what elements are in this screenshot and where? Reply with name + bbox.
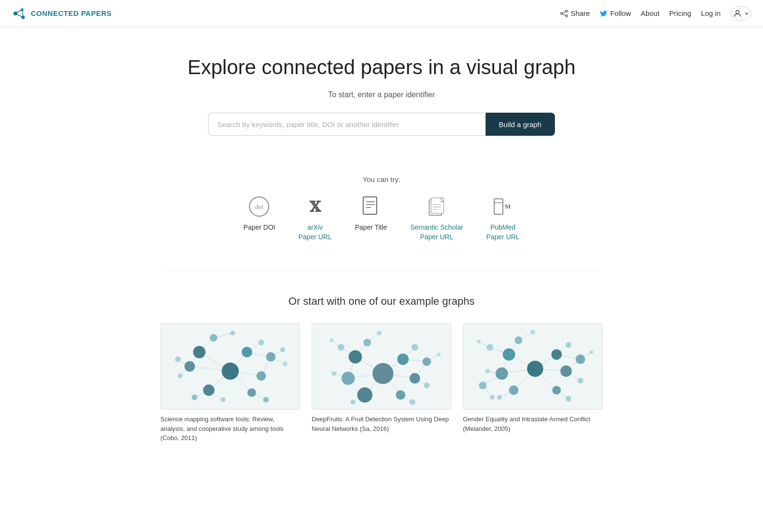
svg-line-3 xyxy=(15,10,22,13)
try-item-title[interactable]: Paper Title xyxy=(355,195,387,233)
svg-point-50 xyxy=(256,371,266,381)
example-card-1[interactable]: Science mapping software tools: Review, … xyxy=(160,323,300,443)
svg-point-85 xyxy=(349,350,362,364)
svg-point-97 xyxy=(351,400,355,404)
svg-text:doi: doi xyxy=(255,203,263,210)
svg-point-127 xyxy=(496,367,508,380)
try-item-title-label: Paper Title xyxy=(355,223,387,233)
svg-point-124 xyxy=(527,361,543,377)
build-graph-button[interactable]: Build a graph xyxy=(486,113,555,136)
pricing-link[interactable]: Pricing xyxy=(669,9,691,17)
svg-point-86 xyxy=(397,353,409,365)
svg-point-55 xyxy=(175,356,181,362)
svg-point-138 xyxy=(566,396,571,402)
svg-rect-23 xyxy=(494,199,503,214)
try-items: doi Paper DOI 𝕏 arXivPaper URL Pape xyxy=(10,195,753,242)
svg-point-125 xyxy=(503,349,515,361)
follow-button[interactable]: Follow xyxy=(600,9,631,17)
svg-point-87 xyxy=(342,372,355,385)
svg-point-126 xyxy=(552,350,562,360)
svg-point-58 xyxy=(192,395,197,401)
logo-text: CONNECTED PAPERS xyxy=(31,9,112,17)
svg-point-90 xyxy=(396,390,406,400)
chevron-down-icon xyxy=(744,11,749,16)
arxiv-icon: 𝕏 xyxy=(303,195,327,218)
try-item-pubmed[interactable]: M PubMedPaper URL xyxy=(486,195,519,242)
pubmed-icon: M xyxy=(491,195,514,218)
svg-point-99 xyxy=(377,331,382,336)
try-item-semantic-label: Semantic ScholarPaper URL xyxy=(410,223,463,242)
svg-point-56 xyxy=(178,374,183,378)
svg-rect-14 xyxy=(363,197,377,214)
section-divider xyxy=(165,271,598,271)
search-input[interactable] xyxy=(208,113,486,136)
svg-point-135 xyxy=(578,378,583,384)
doi-icon: doi xyxy=(248,195,271,218)
svg-point-46 xyxy=(222,363,239,380)
svg-point-134 xyxy=(566,342,571,348)
svg-point-98 xyxy=(409,399,415,405)
svg-point-128 xyxy=(560,365,572,377)
svg-point-88 xyxy=(409,373,420,384)
examples-title: Or start with one of our example graphs xyxy=(19,295,744,308)
svg-point-7 xyxy=(561,13,563,14)
examples-grid: Science mapping software tools: Review, … xyxy=(19,323,744,443)
svg-point-59 xyxy=(221,397,225,402)
svg-point-94 xyxy=(411,344,418,351)
svg-point-142 xyxy=(479,382,487,389)
example-card-3[interactable]: Gender Equality and Intrastate Armed Con… xyxy=(463,323,603,443)
logo[interactable]: CONNECTED PAPERS xyxy=(12,6,112,21)
svg-point-11 xyxy=(736,10,739,13)
svg-point-100 xyxy=(329,338,333,342)
svg-point-84 xyxy=(372,363,394,384)
try-item-doi-label: Paper DOI xyxy=(243,223,275,233)
svg-point-92 xyxy=(422,357,431,366)
try-item-semantic[interactable]: Semantic ScholarPaper URL xyxy=(410,195,463,242)
svg-point-133 xyxy=(487,344,493,351)
svg-point-89 xyxy=(357,388,373,403)
search-row: Build a graph xyxy=(208,113,555,136)
twitter-icon xyxy=(600,10,607,17)
svg-point-54 xyxy=(266,352,276,362)
share-icon xyxy=(560,10,568,17)
share-button[interactable]: Share xyxy=(560,9,590,17)
svg-point-47 xyxy=(193,346,206,359)
try-item-doi[interactable]: doi Paper DOI xyxy=(243,195,275,233)
svg-text:M: M xyxy=(505,203,511,210)
about-link[interactable]: About xyxy=(641,9,659,17)
try-section: You can try: doi Paper DOI 𝕏 arXivPaper … xyxy=(0,170,763,251)
example-caption-3: Gender Equality and Intrastate Armed Con… xyxy=(463,415,603,433)
svg-point-61 xyxy=(258,340,264,346)
try-item-arxiv[interactable]: 𝕏 arXivPaper URL xyxy=(298,195,331,242)
svg-point-49 xyxy=(203,385,215,396)
svg-line-9 xyxy=(563,12,566,13)
svg-point-141 xyxy=(590,350,593,354)
svg-point-101 xyxy=(437,353,441,357)
hero-subtitle: To start, enter a paper identifier xyxy=(10,91,753,99)
try-item-pubmed-label: PubMedPaper URL xyxy=(486,223,519,242)
svg-point-137 xyxy=(497,395,502,400)
hero-section: Explore connected papers in a visual gra… xyxy=(0,27,763,170)
example-caption-1: Science mapping software tools: Review, … xyxy=(160,415,300,443)
hero-title: Explore connected papers in a visual gra… xyxy=(10,56,753,79)
login-link[interactable]: Log in xyxy=(701,9,721,17)
semantic-icon xyxy=(425,195,448,218)
user-menu-button[interactable] xyxy=(730,6,751,21)
svg-point-48 xyxy=(242,347,252,358)
example-graph-3 xyxy=(463,323,603,410)
svg-point-95 xyxy=(424,383,430,389)
svg-point-51 xyxy=(248,389,256,397)
svg-line-10 xyxy=(563,14,566,15)
examples-section: Or start with one of our example graphs xyxy=(0,290,763,472)
try-item-arxiv-label: arXivPaper URL xyxy=(298,223,331,242)
example-card-2[interactable]: DeepFruits: A Fruit Detection System Usi… xyxy=(312,323,451,443)
paper-title-icon xyxy=(359,195,382,218)
example-caption-2: DeepFruits: A Fruit Detection System Usi… xyxy=(312,415,451,433)
share-label: Share xyxy=(571,9,590,17)
svg-point-62 xyxy=(280,348,285,352)
svg-point-60 xyxy=(263,397,269,402)
svg-point-139 xyxy=(530,330,535,335)
user-icon xyxy=(733,9,742,18)
svg-point-8 xyxy=(566,15,567,17)
svg-point-52 xyxy=(184,361,195,372)
